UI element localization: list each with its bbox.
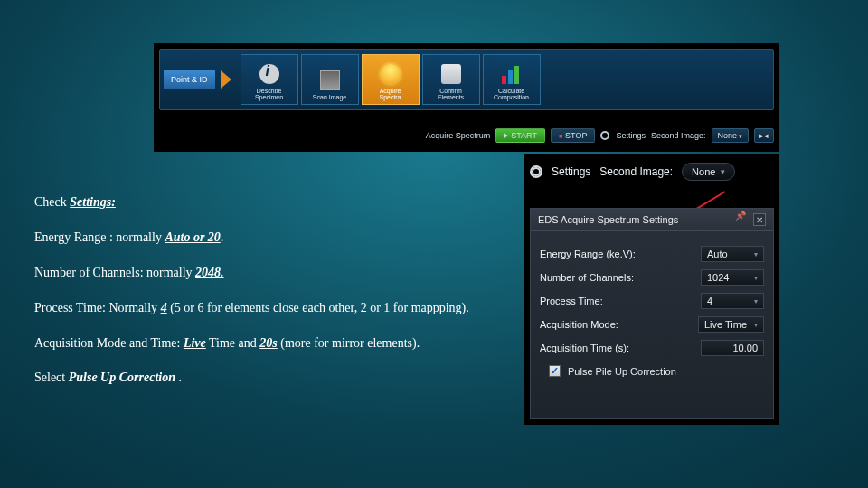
panel-title-text: EDS Acquire Spectrum Settings [538,214,678,225]
process-time-select[interactable]: 4 [701,293,764,309]
chart-icon [502,64,522,84]
step-label: Composition [494,94,529,100]
acq-mode-select[interactable]: Live Time [698,316,764,333]
energy-range-select[interactable]: Auto [701,246,764,262]
eds-settings-panel: EDS Acquire Spectrum Settings ✕ Energy R… [530,208,774,419]
workflow-screenshot: Point & ID Describe Specimen Scan Image … [154,43,779,152]
inst-line-3: Number of Channels: normally 2048. [34,265,523,282]
spectrum-icon [381,64,401,84]
second-image-label: Second Image: [651,131,706,140]
confirm-icon [441,64,461,84]
step-label: Spectra [379,94,401,100]
acq-mode-label: Acquisition Mode: [540,319,618,330]
step-scan-image[interactable]: Scan Image [301,54,359,105]
step-calculate-composition[interactable]: Calculate Composition [483,54,541,105]
settings-link[interactable]: Settings [616,131,646,140]
gear-icon [600,131,609,140]
second-image-select[interactable]: None [682,163,735,181]
second-image-select[interactable]: None [712,128,749,143]
inst-line-5: Acquisition Mode and Time: Live Time and… [34,335,523,352]
step-label: Acquire [380,88,401,94]
step-acquire-spectra[interactable]: Acquire Spectra [362,54,420,105]
pulse-pileup-row[interactable]: ✓ Pulse Pile Up Correction [549,365,764,377]
step-label: Specimen [255,94,283,100]
second-image-label: Second Image: [599,165,673,178]
step-describe-specimen[interactable]: Describe Specimen [241,54,298,105]
start-button[interactable]: START [495,128,545,143]
step-label: Describe [257,88,282,94]
pager-button[interactable]: ▸◂ [754,128,774,143]
point-id-tag[interactable]: Point & ID [164,70,215,89]
process-time-label: Process Time: [540,296,603,306]
inst-line-1: Check Settings: [34,194,523,211]
image-icon [320,70,340,90]
energy-range-label: Energy Range (ke.V): [540,249,636,259]
panel-titlebar: EDS Acquire Spectrum Settings ✕ [531,209,773,231]
gear-icon [530,165,542,178]
workflow-bar: Point & ID Describe Specimen Scan Image … [159,49,774,110]
step-label: Calculate [498,88,524,94]
stop-button[interactable]: STOP [551,128,596,143]
instruction-text: Check Settings: Energy Range : normally … [34,194,523,405]
acquire-toolbar: Acquire Spectrum START STOP Settings Sec… [419,125,774,146]
channels-label: Number of Channels: [540,272,634,283]
acquire-spectrum-label: Acquire Spectrum [426,131,491,140]
step-label: Scan Image [313,94,346,100]
checkbox-icon[interactable]: ✓ [549,365,561,377]
step-label: Elements [438,94,464,100]
step-confirm-elements[interactable]: Confirm Elements [422,54,480,105]
inst-line-4: Process Time: Normally 4 (5 or 6 for ele… [34,300,523,317]
acq-time-field[interactable]: 10.00 [701,340,764,356]
inst-line-2: Energy Range : normally Auto or 20. [34,230,523,247]
acq-time-label: Acquisition Time (s): [540,343,629,353]
pulse-pileup-label: Pulse Pile Up Correction [568,366,676,377]
close-icon[interactable]: ✕ [753,213,766,226]
inst-line-6: Select Pulse Up Correction . [34,370,523,387]
settings-screenshot: Settings Second Image: None EDS Acquire … [524,154,779,425]
settings-bar: Settings Second Image: None [530,159,774,184]
channels-select[interactable]: 1024 [701,269,764,286]
step-label: Confirm [439,88,462,94]
pin-icon[interactable] [737,213,748,224]
settings-link[interactable]: Settings [552,165,590,178]
panel-body: Energy Range (ke.V): Auto Number of Chan… [531,231,773,382]
info-icon [259,64,279,84]
arrow-icon [221,70,231,89]
